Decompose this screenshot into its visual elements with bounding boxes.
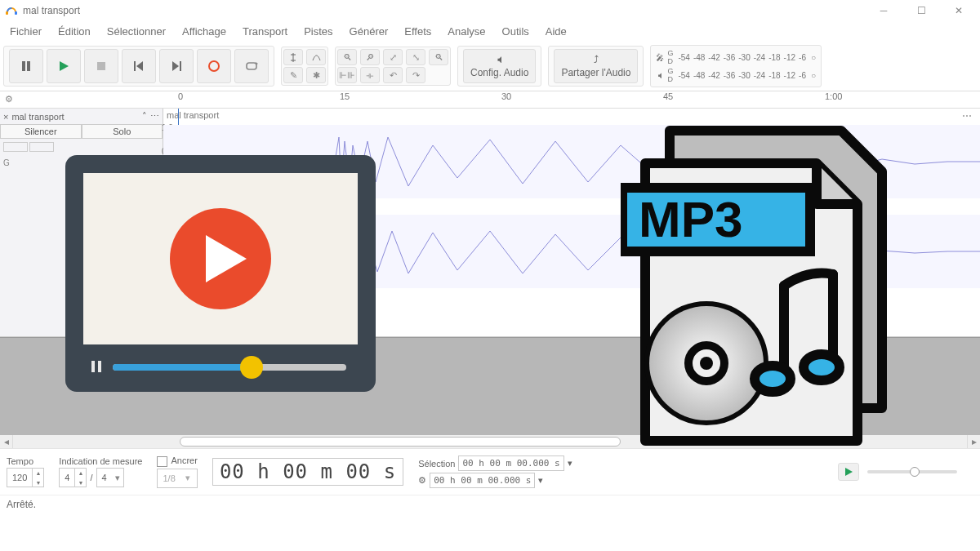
ruler-tick: 45 xyxy=(663,91,673,101)
window-minimize-button[interactable]: ─ xyxy=(867,0,900,21)
envelope-tool[interactable] xyxy=(306,49,326,65)
fit-selection-button[interactable]: ⤢ xyxy=(383,49,403,65)
ruler-tick: 1:00 xyxy=(825,91,842,101)
time-signature-label: Indication de mesure xyxy=(59,456,142,466)
menu-generer[interactable]: Générer xyxy=(343,23,395,40)
mute-button[interactable]: Silencer xyxy=(0,124,82,139)
tempo-label: Tempo xyxy=(7,456,44,466)
ruler-tick: 15 xyxy=(340,91,350,101)
skip-start-button[interactable] xyxy=(122,49,156,83)
speaker-icon: 🔈︎ xyxy=(495,54,505,65)
gain-channel-l-label: G xyxy=(0,155,163,171)
meters-toolbar: 🎤︎ GD -54-48-42-36-30-24-18-12-6 ○ 🔈︎ GD… xyxy=(650,45,822,87)
mic-icon[interactable]: 🎤︎ xyxy=(656,53,664,62)
solo-button[interactable]: Solo xyxy=(82,124,163,139)
redo-button[interactable]: ↷ xyxy=(406,67,425,83)
menu-analyse[interactable]: Analyse xyxy=(441,23,492,40)
skip-end-button[interactable] xyxy=(159,49,194,83)
selection-tool[interactable] xyxy=(283,49,303,65)
svg-rect-1 xyxy=(15,11,17,15)
selection-end-input[interactable]: 00 h 00 m 00.000 s xyxy=(430,473,535,488)
track-waveform-area[interactable]: mal transport ⋯ 1,00,5 xyxy=(163,109,980,336)
svg-rect-3 xyxy=(27,61,30,71)
stop-button[interactable] xyxy=(84,49,118,83)
track-close-button[interactable]: × xyxy=(3,112,8,122)
scroll-thumb[interactable] xyxy=(180,437,621,447)
multi-tool[interactable]: ✱ xyxy=(306,67,326,83)
selection-start-menu-icon[interactable]: ▾ xyxy=(568,458,572,469)
track-header: × mal transport ˄ ⋯ Silencer Solo G xyxy=(0,109,163,336)
track-menu-icon[interactable]: ⋯ xyxy=(150,111,159,122)
anchor-checkbox[interactable] xyxy=(157,456,167,467)
timesig-numerator-input[interactable]: 4▲▼ xyxy=(59,468,87,487)
silence-button[interactable]: ⟛ xyxy=(360,67,380,83)
track-name-label: mal transport xyxy=(11,112,64,122)
track-collapse-icon[interactable]: ˄ xyxy=(142,111,147,122)
share-audio-button[interactable]: ⤴ Partager l'Audio xyxy=(554,49,638,83)
window-close-button[interactable]: ✕ xyxy=(942,0,975,21)
menu-aide[interactable]: Aide xyxy=(539,23,573,40)
pan-slider[interactable] xyxy=(29,142,54,152)
zoom-in-button[interactable]: 🔍︎ xyxy=(337,49,357,65)
play-meter-clip-icon[interactable]: ○ xyxy=(811,71,816,80)
scroll-right-button[interactable]: ▸ xyxy=(967,435,980,448)
svg-rect-2 xyxy=(22,61,25,71)
tempo-input[interactable]: 120▲▼ xyxy=(7,468,44,487)
gain-slider[interactable] xyxy=(3,142,28,152)
upload-icon: ⤴ xyxy=(594,54,599,65)
menu-edition[interactable]: Édition xyxy=(51,23,97,40)
play-button[interactable] xyxy=(47,49,81,83)
timeline-settings-icon[interactable]: ⚙ xyxy=(5,94,13,104)
zoom-out-button[interactable]: 🔎︎ xyxy=(360,49,380,65)
status-bar: Arrêté. xyxy=(0,495,980,513)
config-audio-button[interactable]: 🔈︎ Config. Audio xyxy=(463,49,536,83)
rec-meter-channel-label: GD xyxy=(667,49,673,65)
slider-thumb-icon[interactable] xyxy=(910,467,920,477)
menu-outils[interactable]: Outils xyxy=(496,23,536,40)
selection-start-input[interactable]: 00 h 00 m 00.000 s xyxy=(458,455,564,471)
zoom-toggle-button[interactable]: 🔍︎ xyxy=(429,49,448,65)
waveform-right xyxy=(163,215,980,288)
share-audio-label: Partager l'Audio xyxy=(561,67,630,78)
rec-meter-clip-icon[interactable]: ○ xyxy=(811,53,816,62)
menu-fichier[interactable]: Fichier xyxy=(3,23,48,40)
loop-button[interactable] xyxy=(234,49,269,83)
menu-bar: Fichier Édition Sélectionner Affichage T… xyxy=(0,21,980,42)
record-button[interactable] xyxy=(197,49,231,83)
menu-selectionner[interactable]: Sélectionner xyxy=(100,23,172,40)
clip-menu-icon[interactable]: ⋯ xyxy=(962,110,973,122)
horizontal-scrollbar[interactable]: ◂ ▸ xyxy=(0,435,980,448)
snap-value-dropdown[interactable]: 1/8▾ xyxy=(157,469,197,488)
pause-button[interactable] xyxy=(9,49,43,83)
window-maximize-button[interactable]: ☐ xyxy=(905,0,938,21)
draw-tool[interactable]: ✎ xyxy=(283,67,303,83)
ruler-tick: 30 xyxy=(501,91,511,101)
selection-settings-icon[interactable]: ⚙ xyxy=(418,475,426,486)
play-meter-scale[interactable]: -54-48-42-36-30-24-18-12-6 xyxy=(676,71,808,80)
rec-meter-scale[interactable]: -54-48-42-36-30-24-18-12-6 xyxy=(676,53,808,62)
timesig-denominator-input[interactable]: 4▾ xyxy=(96,468,124,487)
playback-speed-slider[interactable] xyxy=(867,470,957,473)
menu-pistes[interactable]: Pistes xyxy=(297,23,339,40)
trim-button[interactable]: ⊩⊪ xyxy=(337,67,357,83)
selection-end-menu-icon[interactable]: ▾ xyxy=(538,475,543,486)
menu-transport[interactable]: Transport xyxy=(236,23,294,40)
svg-point-7 xyxy=(209,61,219,71)
empty-track-area[interactable] xyxy=(0,337,980,435)
config-audio-label: Config. Audio xyxy=(470,67,528,78)
timeline-ruler[interactable]: ⚙ 0 15 30 45 1:00 xyxy=(0,91,980,109)
anchor-label: Ancrer xyxy=(157,455,197,467)
svg-rect-6 xyxy=(180,61,181,71)
clip-name-label: mal transport xyxy=(167,110,219,120)
svg-rect-8 xyxy=(247,63,256,69)
scroll-left-button[interactable]: ◂ xyxy=(0,435,13,448)
play-at-speed-button[interactable] xyxy=(838,463,859,481)
fit-project-button[interactable]: ⤡ xyxy=(406,49,425,65)
main-time-display[interactable]: 00 h 00 m 00 s xyxy=(212,458,403,486)
undo-button[interactable]: ↶ xyxy=(383,67,403,83)
menu-affichage[interactable]: Affichage xyxy=(176,23,233,40)
speaker-meter-icon[interactable]: 🔈︎ xyxy=(656,71,664,80)
waveform-left xyxy=(163,125,980,198)
audio-setup-toolbar: 🔈︎ Config. Audio xyxy=(457,46,541,87)
menu-effets[interactable]: Effets xyxy=(398,23,438,40)
